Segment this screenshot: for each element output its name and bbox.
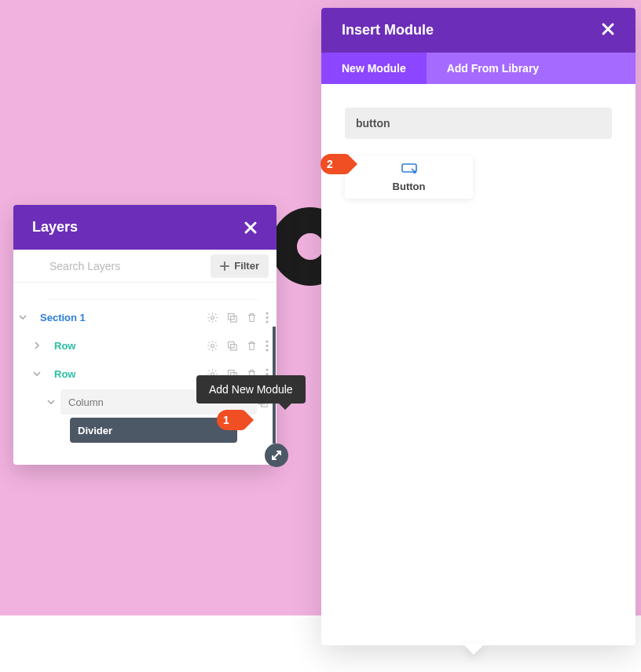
button-module-icon: [401, 163, 417, 177]
annotation-badge-2: 2: [320, 154, 347, 174]
tree-item-label: Row: [54, 340, 75, 352]
tab-new-module[interactable]: New Module: [321, 53, 427, 84]
layers-toolbar: Filter: [13, 250, 277, 283]
svg-point-4: [266, 316, 268, 318]
annotation-badge-1: 1: [217, 410, 244, 430]
tab-label: Add From Library: [447, 62, 539, 75]
tree-item-label: Row: [54, 368, 75, 380]
tree-item-row[interactable]: Row: [13, 331, 277, 360]
chevron-down-icon[interactable]: [13, 313, 32, 321]
svg-point-15: [266, 368, 268, 371]
trash-icon[interactable]: [246, 312, 258, 323]
svg-point-5: [266, 320, 268, 323]
add-module-tooltip: Add New Module: [196, 375, 306, 404]
chevron-right-icon[interactable]: [27, 341, 46, 349]
modules-grid: Button: [345, 156, 612, 199]
layers-tree: Section 1 Row Row: [13, 283, 277, 465]
duplicate-icon[interactable]: [257, 425, 269, 436]
more-icon[interactable]: [266, 312, 269, 323]
trash-icon[interactable]: [246, 340, 258, 352]
gear-icon[interactable]: [207, 312, 218, 323]
tree-item-label: Column: [68, 396, 104, 408]
tree-item-label: Section 1: [40, 312, 86, 323]
insert-body: Button: [321, 84, 636, 222]
insert-module-panel: Insert Module New Module Add From Librar…: [321, 8, 636, 645]
svg-point-0: [211, 316, 214, 319]
module-card-button[interactable]: Button: [345, 156, 473, 199]
svg-point-3: [266, 312, 268, 314]
tab-add-from-library[interactable]: Add From Library: [427, 53, 636, 84]
insert-tabs: New Module Add From Library: [321, 53, 636, 84]
tooltip-text: Add New Module: [209, 383, 293, 396]
filter-label: Filter: [234, 260, 259, 272]
layers-panel-header[interactable]: Layers: [13, 205, 277, 250]
chevron-down-icon[interactable]: [27, 370, 46, 378]
tree-item-label: Divider: [78, 425, 112, 436]
insert-panel-header[interactable]: Insert Module: [321, 8, 636, 53]
gear-icon[interactable]: [207, 340, 218, 352]
svg-rect-21: [259, 426, 266, 433]
panel-resize-handle[interactable]: [265, 444, 288, 467]
tab-label: New Module: [342, 62, 406, 75]
layers-search-input[interactable]: [49, 260, 211, 272]
tree-overflow-indicator: [48, 289, 258, 300]
module-card-label: Button: [393, 181, 426, 192]
duplicate-icon[interactable]: [226, 340, 238, 352]
badge-number: 2: [327, 158, 333, 170]
svg-rect-22: [262, 429, 268, 435]
svg-point-9: [266, 340, 268, 342]
close-icon[interactable]: [244, 221, 258, 235]
tree-item-section[interactable]: Section 1: [13, 303, 277, 331]
svg-point-10: [266, 344, 268, 346]
close-icon[interactable]: [601, 22, 615, 39]
module-search-input[interactable]: [345, 108, 612, 139]
svg-point-6: [211, 344, 214, 347]
svg-rect-1: [229, 313, 235, 320]
duplicate-icon[interactable]: [226, 312, 238, 323]
svg-rect-2: [231, 316, 237, 322]
layers-panel-title: Layers: [32, 219, 244, 236]
badge-number: 1: [223, 414, 229, 426]
insert-panel-title: Insert Module: [342, 22, 601, 38]
more-icon[interactable]: [266, 340, 269, 352]
chevron-down-icon[interactable]: [42, 398, 60, 406]
plus-icon: [220, 261, 229, 271]
filter-button[interactable]: Filter: [211, 254, 269, 278]
svg-rect-7: [229, 341, 235, 348]
svg-point-11: [266, 349, 268, 351]
svg-rect-8: [231, 344, 237, 350]
panel-pointer-arrow: [463, 644, 485, 666]
